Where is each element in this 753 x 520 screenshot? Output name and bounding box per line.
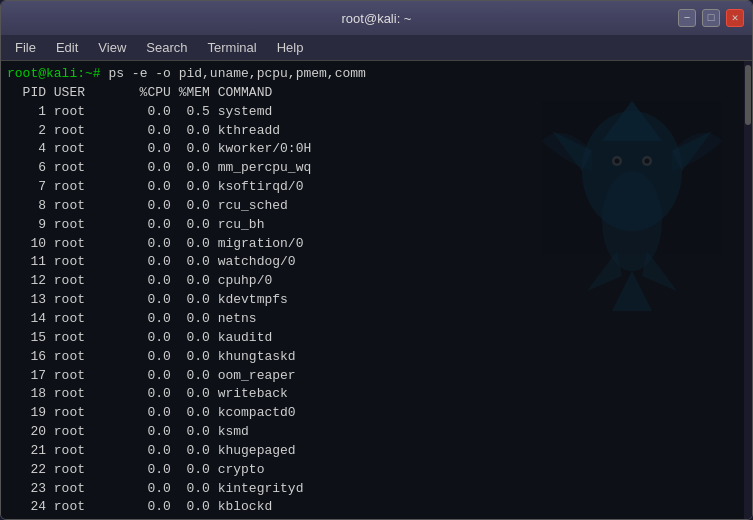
command-text: ps -e -o pid,uname,pcpu,pmem,comm xyxy=(108,66,365,81)
menu-help[interactable]: Help xyxy=(267,38,314,57)
prompt-line: root@kali:~# ps -e -o pid,uname,pcpu,pme… xyxy=(7,65,746,84)
table-row: 24 root 0.0 0.0 kblockd xyxy=(7,498,746,517)
table-row: 1 root 0.0 0.5 systemd xyxy=(7,103,746,122)
terminal-window: root@kali: ~ − □ ✕ File Edit View Search… xyxy=(0,0,753,520)
table-row: 9 root 0.0 0.0 rcu_bh xyxy=(7,216,746,235)
table-header: PID USER %CPU %MEM COMMAND xyxy=(7,84,746,103)
window-title: root@kali: ~ xyxy=(342,11,412,26)
table-row: 16 root 0.0 0.0 khungtaskd xyxy=(7,348,746,367)
table-row: 7 root 0.0 0.0 ksoftirqd/0 xyxy=(7,178,746,197)
terminal-body[interactable]: root@kali:~# ps -e -o pid,uname,pcpu,pme… xyxy=(1,61,752,519)
table-row: 13 root 0.0 0.0 kdevtmpfs xyxy=(7,291,746,310)
prompt-suffix: :~# xyxy=(77,66,108,81)
table-row: 23 root 0.0 0.0 kintegrityd xyxy=(7,480,746,499)
window-controls: − □ ✕ xyxy=(678,9,744,27)
table-row: 20 root 0.0 0.0 ksmd xyxy=(7,423,746,442)
menu-file[interactable]: File xyxy=(5,38,46,57)
minimize-button[interactable]: − xyxy=(678,9,696,27)
table-row: 10 root 0.0 0.0 migration/0 xyxy=(7,235,746,254)
menu-search[interactable]: Search xyxy=(136,38,197,57)
title-bar: root@kali: ~ − □ ✕ xyxy=(1,1,752,35)
table-row: 19 root 0.0 0.0 kcompactd0 xyxy=(7,404,746,423)
menu-view[interactable]: View xyxy=(88,38,136,57)
menu-edit[interactable]: Edit xyxy=(46,38,88,57)
table-row: 15 root 0.0 0.0 kauditd xyxy=(7,329,746,348)
maximize-button[interactable]: □ xyxy=(702,9,720,27)
table-row: 2 root 0.0 0.0 kthreadd xyxy=(7,122,746,141)
table-row: 18 root 0.0 0.0 writeback xyxy=(7,385,746,404)
table-row: 8 root 0.0 0.0 rcu_sched xyxy=(7,197,746,216)
table-row: 12 root 0.0 0.0 cpuhp/0 xyxy=(7,272,746,291)
table-row: 21 root 0.0 0.0 khugepaged xyxy=(7,442,746,461)
terminal-content: root@kali:~# ps -e -o pid,uname,pcpu,pme… xyxy=(1,61,752,519)
prompt-text: root@kali xyxy=(7,66,77,81)
table-row: 4 root 0.0 0.0 kworker/0:0H xyxy=(7,140,746,159)
table-row: 17 root 0.0 0.0 oom_reaper xyxy=(7,367,746,386)
menu-bar: File Edit View Search Terminal Help xyxy=(1,35,752,61)
menu-terminal[interactable]: Terminal xyxy=(198,38,267,57)
table-row: 14 root 0.0 0.0 netns xyxy=(7,310,746,329)
table-row: 22 root 0.0 0.0 crypto xyxy=(7,461,746,480)
table-row: 11 root 0.0 0.0 watchdog/0 xyxy=(7,253,746,272)
process-list: 1 root 0.0 0.5 systemd 2 root 0.0 0.0 kt… xyxy=(7,103,746,518)
table-row: 6 root 0.0 0.0 mm_percpu_wq xyxy=(7,159,746,178)
close-button[interactable]: ✕ xyxy=(726,9,744,27)
